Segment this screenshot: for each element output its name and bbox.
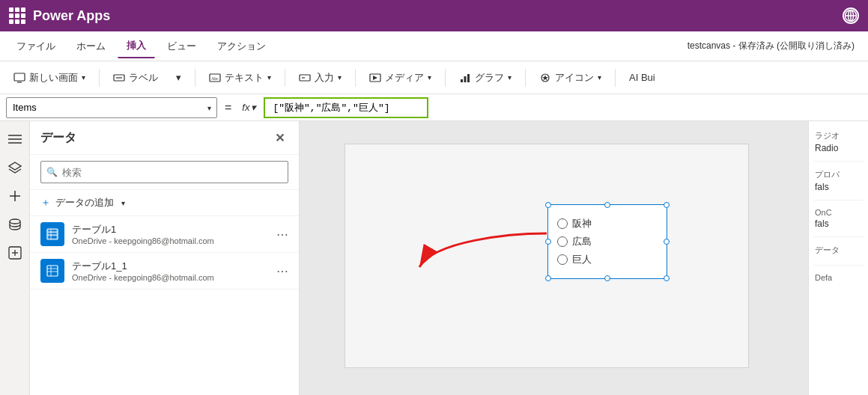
radio-label-2: 巨人 xyxy=(572,253,592,266)
ai-button[interactable]: AI Bui xyxy=(622,66,663,90)
sidebar-menu-icon[interactable] xyxy=(3,127,27,151)
svg-rect-26 xyxy=(47,229,58,239)
canvas-surface: 阪神 広島 巨人 xyxy=(345,144,749,368)
sidebar-layers-icon[interactable] xyxy=(3,156,27,180)
data-item-0[interactable]: テーブル1 OneDrive - keepgoing86@hotmail.com… xyxy=(30,216,299,253)
right-radio-label: ラジオ xyxy=(815,130,862,141)
handle-mr[interactable] xyxy=(664,239,670,245)
handle-tc[interactable] xyxy=(604,202,610,208)
menu-home[interactable]: ホーム xyxy=(67,34,115,58)
icon-btn-icon xyxy=(539,72,551,84)
svg-rect-4 xyxy=(14,73,25,81)
right-section-defa: Defa xyxy=(813,270,864,287)
right-divider-2 xyxy=(813,200,864,200)
sidebar-add-icon[interactable] xyxy=(3,184,27,208)
property-select-wrapper: Items ▾ xyxy=(6,97,217,118)
toolbar-sep-1 xyxy=(99,69,100,87)
property-select[interactable]: Items xyxy=(6,97,217,118)
text-chevron-icon: ▾ xyxy=(267,73,271,82)
right-radio-value[interactable]: Radio xyxy=(815,143,862,153)
handle-tr[interactable] xyxy=(664,202,670,208)
table1-name: テーブル1 xyxy=(72,223,269,236)
menu-action[interactable]: アクション xyxy=(208,34,275,58)
text-button[interactable]: Abc テキスト ▾ xyxy=(201,66,279,90)
label-icon xyxy=(113,72,125,84)
media-icon xyxy=(369,72,381,84)
right-panel: ラジオ Radio プロパ fals OnC fals データ Defa xyxy=(808,121,868,395)
table1-more-button[interactable]: ⋯ xyxy=(276,227,288,242)
toolbar: 新しい画面 ▾ ラベル ▾ Abc テキスト ▾ 入力 ▾ メ xyxy=(0,61,868,94)
right-prop-value[interactable]: fals xyxy=(815,182,862,192)
toolbar-sep-6 xyxy=(525,69,526,87)
radio-circle-0 xyxy=(557,218,568,229)
sidebar-database-icon[interactable] xyxy=(3,212,27,236)
toolbar-sep-2 xyxy=(195,69,195,87)
graph-button[interactable]: グラフ ▾ xyxy=(452,66,519,90)
media-button[interactable]: メディア ▾ xyxy=(362,66,439,90)
text-icon: Abc xyxy=(209,72,221,84)
table1-1-more-button[interactable]: ⋯ xyxy=(276,264,288,278)
add-data-button[interactable]: ＋ データの追加 ▾ xyxy=(30,190,299,216)
table1-1-icon xyxy=(40,259,64,283)
canvas-status: testcanvas - 保存済み (公開取り消し済み) xyxy=(688,40,861,52)
right-divider-4 xyxy=(813,265,864,266)
menu-items: ファイル ホーム 挿入 ビュー アクション xyxy=(7,34,275,58)
menu-file[interactable]: ファイル xyxy=(7,34,64,58)
icon-chevron-icon: ▾ xyxy=(598,73,601,82)
expand-button[interactable]: ▾ xyxy=(169,66,189,90)
left-sidebar xyxy=(0,121,30,395)
right-prop-label: プロパ xyxy=(815,169,862,180)
svg-rect-30 xyxy=(47,266,58,276)
label-button[interactable]: ラベル xyxy=(106,66,166,90)
menu-insert[interactable]: 挿入 xyxy=(118,34,155,58)
menu-view[interactable]: ビュー xyxy=(158,34,205,58)
app-launcher-icon[interactable] xyxy=(9,7,25,24)
close-button[interactable]: ✕ xyxy=(270,129,288,147)
graph-icon xyxy=(459,72,471,84)
right-onc-value[interactable]: fals xyxy=(815,218,862,229)
title-bar: Power Apps xyxy=(0,0,868,31)
radio-option-1[interactable]: 広島 xyxy=(557,235,658,248)
handle-bc[interactable] xyxy=(604,275,610,281)
sidebar-analytics-icon[interactable] xyxy=(3,241,27,265)
icon-button[interactable]: アイコン ▾ xyxy=(532,66,609,90)
handle-tl[interactable] xyxy=(545,202,551,208)
table1-1-sub: OneDrive - keepgoing86@hotmail.com xyxy=(72,273,269,282)
canvas-area[interactable]: 阪神 広島 巨人 xyxy=(300,121,808,395)
table1-info: テーブル1 OneDrive - keepgoing86@hotmail.com xyxy=(72,223,269,245)
new-screen-button[interactable]: 新しい画面 ▾ xyxy=(6,66,93,90)
data-panel-title: データ xyxy=(40,130,76,146)
formula-input[interactable]: ["阪神","広島","巨人"] xyxy=(264,97,428,118)
table1-1-name: テーブル1_1 xyxy=(72,260,269,273)
toolbar-sep-4 xyxy=(355,69,356,87)
toolbar-sep-5 xyxy=(445,69,446,87)
data-item-1[interactable]: テーブル1_1 OneDrive - keepgoing86@hotmail.c… xyxy=(30,253,299,290)
formula-bar: Items ▾ = fx ▾ ["阪神","広島","巨人"] xyxy=(0,94,868,121)
handle-br[interactable] xyxy=(664,275,670,281)
graph-chevron-icon: ▾ xyxy=(508,73,512,82)
chevron-down-icon: ▾ xyxy=(82,73,85,82)
media-chevron-icon: ▾ xyxy=(428,73,431,82)
handle-bl[interactable] xyxy=(545,275,551,281)
radio-control[interactable]: 阪神 広島 巨人 xyxy=(547,204,667,279)
handle-ml[interactable] xyxy=(545,239,551,245)
right-divider-1 xyxy=(813,161,864,162)
input-button[interactable]: 入力 ▾ xyxy=(291,66,349,90)
app-title: Power Apps xyxy=(33,8,110,24)
table1-sub: OneDrive - keepgoing86@hotmail.com xyxy=(72,236,269,245)
search-input[interactable] xyxy=(40,161,288,183)
radio-option-2[interactable]: 巨人 xyxy=(557,253,658,266)
svg-text:Abc: Abc xyxy=(211,76,219,81)
svg-rect-13 xyxy=(461,79,463,82)
right-onc-label: OnC xyxy=(815,208,862,217)
search-icon: 🔍 xyxy=(46,167,58,177)
right-section-data: データ xyxy=(813,242,864,260)
toolbar-sep-7 xyxy=(615,69,616,87)
search-container: 🔍 xyxy=(30,155,299,190)
globe-icon[interactable] xyxy=(843,7,859,24)
add-data-chevron-icon: ▾ xyxy=(121,199,125,207)
radio-circle-2 xyxy=(557,254,568,265)
add-data-label: データの追加 xyxy=(55,196,114,209)
radio-option-0[interactable]: 阪神 xyxy=(557,217,658,230)
toolbar-sep-3 xyxy=(285,69,285,87)
